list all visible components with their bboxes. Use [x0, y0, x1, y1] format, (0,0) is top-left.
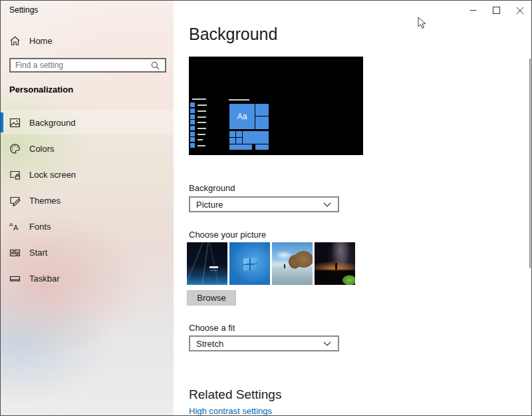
sidebar-item-label: Lock screen	[29, 170, 76, 180]
picture-thumbnail-dark-abstract[interactable]	[187, 242, 227, 285]
sidebar-nav: Background Colors	[1, 110, 174, 290]
high-contrast-settings-link[interactable]: High contrast settings	[189, 406, 272, 416]
sidebar-item-label: Home	[29, 36, 53, 46]
sidebar-item-label: Fonts	[29, 222, 51, 232]
search-input[interactable]	[11, 61, 151, 70]
picture-thumbnail-beach[interactable]	[272, 242, 313, 285]
maximize-button[interactable]	[485, 1, 508, 20]
colors-icon	[9, 143, 21, 154]
dropdown-value: Stretch	[190, 339, 323, 349]
picture-thumbnail-windows-default[interactable]	[229, 242, 270, 285]
sidebar-section-header: Personalization	[9, 85, 73, 95]
lock-screen-icon	[9, 169, 21, 180]
sidebar-item-themes[interactable]: Themes	[1, 188, 174, 212]
sidebar-item-label: Background	[29, 118, 75, 128]
background-preview: Aa	[189, 57, 363, 155]
sidebar-item-label: Colors	[29, 144, 55, 154]
sidebar-item-label: Start	[29, 248, 47, 258]
fonts-icon: A A	[9, 221, 21, 232]
chevron-down-icon	[323, 341, 331, 346]
sidebar-item-taskbar[interactable]: Taskbar	[1, 266, 174, 290]
preview-applist-header	[192, 99, 206, 100]
chevron-down-icon	[323, 202, 331, 207]
taskbar-icon	[9, 273, 21, 284]
preview-aa-tile: Aa	[229, 104, 255, 129]
background-icon	[9, 117, 21, 128]
start-icon	[9, 247, 21, 258]
sidebar-item-lock-screen[interactable]: Lock screen	[1, 162, 174, 186]
sidebar-item-label: Taskbar	[29, 274, 60, 284]
dropdown-value: Picture	[190, 200, 323, 210]
background-type-label: Background	[189, 183, 235, 193]
settings-window: Settings Home Personalization	[0, 0, 532, 416]
main-content: Background Aa Bac	[174, 1, 532, 415]
themes-icon	[9, 195, 21, 206]
svg-text:A: A	[13, 224, 19, 232]
sidebar: Settings Home Personalization	[1, 1, 174, 415]
minimize-button[interactable]	[462, 1, 485, 20]
sidebar-item-start[interactable]: Start	[1, 240, 174, 264]
background-type-dropdown[interactable]: Picture	[189, 196, 339, 212]
sidebar-item-colors[interactable]: Colors	[1, 136, 174, 160]
fit-dropdown[interactable]: Stretch	[189, 335, 339, 351]
sidebar-item-background[interactable]: Background	[1, 110, 174, 134]
page-title: Background	[189, 25, 277, 44]
related-settings-heading: Related Settings	[189, 387, 281, 402]
search-box[interactable]	[9, 58, 166, 73]
home-icon	[9, 35, 21, 47]
choose-picture-label: Choose your picture	[189, 230, 266, 240]
selected-accent-bar	[1, 112, 3, 132]
sidebar-item-home[interactable]: Home	[1, 31, 174, 50]
picture-thumbnails	[187, 242, 355, 285]
scrollbar[interactable]	[529, 59, 531, 268]
picture-thumbnail-night-sky[interactable]	[315, 242, 355, 285]
window-controls	[462, 1, 531, 20]
sidebar-item-fonts[interactable]: A A Fonts	[1, 214, 174, 238]
choose-fit-label: Choose a fit	[189, 323, 235, 333]
window-title: Settings	[9, 5, 38, 15]
preview-tiles-header	[229, 99, 249, 101]
search-icon[interactable]	[151, 61, 160, 70]
close-button[interactable]	[508, 1, 531, 20]
browse-button[interactable]: Browse	[187, 290, 236, 306]
sidebar-item-label: Themes	[29, 196, 61, 206]
